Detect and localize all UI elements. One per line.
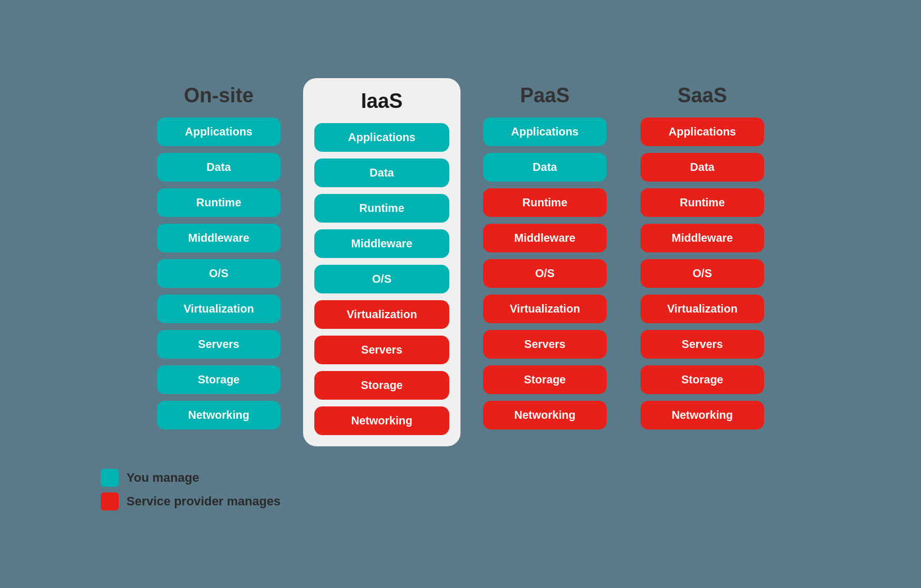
item-onsite-0: Applications [157, 117, 281, 146]
legend-dot-teal [101, 469, 119, 487]
item-onsite-1: Data [157, 153, 281, 182]
item-iaas-5: Virtualization [314, 300, 449, 329]
bottom-section: You manageService provider manages [67, 452, 854, 510]
legend-section: You manageService provider manages [101, 469, 281, 510]
item-paas-1: Data [483, 153, 607, 182]
item-paas-8: Networking [483, 401, 607, 429]
legend-label-1: Service provider manages [127, 494, 281, 509]
column-paas: PaaSApplicationsDataRuntimeMiddlewareO/S… [472, 78, 618, 429]
item-iaas-8: Networking [314, 406, 449, 435]
item-onsite-8: Networking [157, 401, 281, 429]
item-onsite-7: Storage [157, 365, 281, 394]
column-title-onsite: On-site [184, 78, 254, 107]
item-paas-5: Virtualization [483, 295, 607, 323]
item-saas-7: Storage [640, 365, 764, 394]
items-list-saas: ApplicationsDataRuntimeMiddlewareO/SVirt… [629, 117, 775, 429]
item-iaas-6: Servers [314, 336, 449, 364]
column-iaas: IaaSApplicationsDataRuntimeMiddlewareO/S… [303, 78, 460, 446]
items-list-paas: ApplicationsDataRuntimeMiddlewareO/SVirt… [472, 117, 618, 429]
legend-item-0: You manage [101, 469, 281, 487]
item-saas-0: Applications [640, 117, 764, 146]
item-iaas-1: Data [314, 159, 449, 187]
item-saas-5: Virtualization [640, 295, 764, 323]
column-saas: SaaSApplicationsDataRuntimeMiddlewareO/S… [629, 78, 775, 429]
legend-label-0: You manage [127, 471, 199, 485]
item-onsite-6: Servers [157, 330, 281, 359]
item-onsite-5: Virtualization [157, 295, 281, 323]
item-paas-3: Middleware [483, 224, 607, 252]
item-iaas-3: Middleware [314, 229, 449, 258]
item-saas-6: Servers [640, 330, 764, 359]
item-iaas-2: Runtime [314, 194, 449, 223]
item-paas-2: Runtime [483, 188, 607, 217]
item-onsite-4: O/S [157, 259, 281, 288]
item-paas-0: Applications [483, 117, 607, 146]
item-paas-4: O/S [483, 259, 607, 288]
item-onsite-3: Middleware [157, 224, 281, 252]
main-container: On-siteApplicationsDataRuntimeMiddleware… [67, 78, 854, 510]
item-paas-6: Servers [483, 330, 607, 359]
item-saas-2: Runtime [640, 188, 764, 217]
item-saas-8: Networking [640, 401, 764, 429]
item-saas-4: O/S [640, 259, 764, 288]
column-title-saas: SaaS [678, 78, 727, 107]
column-title-iaas: IaaS [361, 84, 403, 113]
items-list-onsite: ApplicationsDataRuntimeMiddlewareO/SVirt… [146, 117, 292, 429]
item-saas-1: Data [640, 153, 764, 182]
items-list-iaas: ApplicationsDataRuntimeMiddlewareO/SVirt… [312, 123, 452, 435]
item-iaas-4: O/S [314, 265, 449, 293]
column-title-paas: PaaS [520, 78, 570, 107]
columns-wrapper: On-siteApplicationsDataRuntimeMiddleware… [146, 78, 775, 446]
legend-item-1: Service provider manages [101, 492, 281, 510]
item-paas-7: Storage [483, 365, 607, 394]
item-onsite-2: Runtime [157, 188, 281, 217]
item-iaas-7: Storage [314, 371, 449, 400]
legend-dot-red [101, 492, 119, 510]
item-iaas-0: Applications [314, 123, 449, 152]
item-saas-3: Middleware [640, 224, 764, 252]
column-onsite: On-siteApplicationsDataRuntimeMiddleware… [146, 78, 292, 429]
